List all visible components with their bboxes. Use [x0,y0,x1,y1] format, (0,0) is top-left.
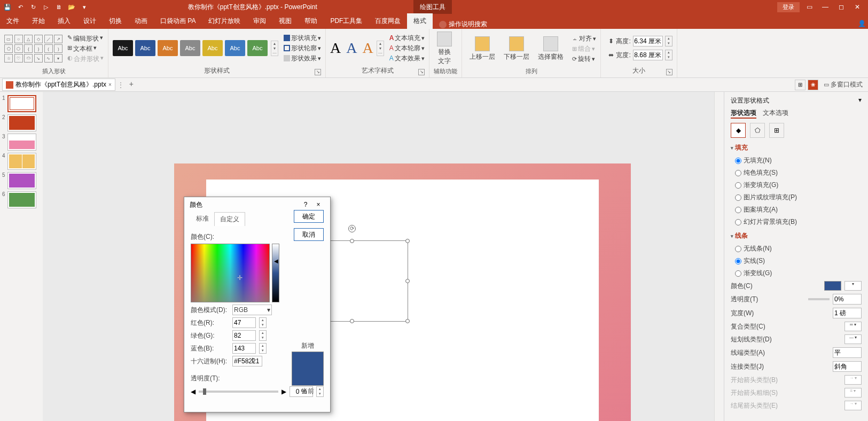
dialog-help-button[interactable]: ? [299,201,312,208]
open-icon[interactable]: 📂 [67,3,76,11]
shape-style-gallery[interactable]: Abc Abc Abc Abc Abc Abc Abc [113,40,268,56]
gallery-scroll[interactable]: ▴▾⋯ [377,41,384,56]
tab-slideshow[interactable]: 幻灯片放映 [202,13,247,29]
line-solid-radio[interactable]: 实线(S) [731,255,862,267]
fill-line-icon[interactable]: ◆ [731,123,746,138]
wordart-gallery[interactable]: A A A [330,40,373,57]
from-beginning-icon[interactable]: ▷ [42,3,50,11]
toolbar-icon-2[interactable]: ❀ [808,80,818,90]
doc-icon[interactable]: 🗎 [54,3,63,11]
textbox-button[interactable]: ⊞ 文本框 ▾ [67,44,104,53]
fill-picture-radio[interactable]: 图片或纹理填充(P) [731,191,862,204]
line-trans-slider[interactable] [808,298,830,300]
selection-pane-button[interactable]: 选择窗格 [535,36,567,61]
tab-help[interactable]: 帮助 [298,13,324,29]
rotate-handle-icon[interactable]: ⟳ [348,225,356,232]
tab-baidu[interactable]: 百度网盘 [369,13,407,29]
tab-shape-options[interactable]: 形状选项 [731,108,756,119]
tab-review[interactable]: 审阅 [247,13,272,29]
resize-handle[interactable] [405,239,410,243]
dialog-launcher-icon[interactable]: ↘ [315,69,321,75]
undo-icon[interactable]: ↶ [16,3,25,11]
shape-effects-button[interactable]: 形状效果 ▾ [284,54,321,63]
thumb-2[interactable] [7,114,36,131]
signin-button[interactable]: 登录 [777,2,800,12]
line-color-swatch[interactable] [824,281,841,291]
tab-transitions[interactable]: 切换 [103,13,128,29]
cap-select[interactable] [833,347,862,358]
fill-section-header[interactable]: 填充 [731,143,862,152]
resize-handle[interactable] [405,319,410,323]
luminance-slider[interactable] [272,244,279,302]
fill-pattern-radio[interactable]: 图案填充(A) [731,204,862,216]
rotate-button[interactable]: ⟳ 旋转 ▾ [572,54,596,64]
bring-forward-button[interactable]: 上移一层 [466,36,498,61]
thumb-6[interactable] [7,191,36,208]
green-input[interactable] [232,330,256,341]
dash-dropdown[interactable]: — ▾ [844,334,862,344]
minimize-icon[interactable]: — [819,2,832,12]
text-outline-button[interactable]: A 文本轮廓 ▾ [389,44,425,53]
text-effects-button[interactable]: A 文本效果 ▾ [389,54,425,63]
hex-input[interactable] [232,356,262,367]
height-spinner[interactable]: ▴▾ [665,36,672,46]
green-spinner[interactable]: ▴▾ [259,330,267,341]
blue-input[interactable] [232,343,256,354]
tab-home[interactable]: 开始 [26,13,51,29]
tab-custom[interactable]: 自定义 [214,212,245,226]
vertical-scrollbar[interactable] [714,92,724,421]
resize-handle[interactable] [405,279,410,283]
tab-view[interactable]: 视图 [272,13,298,29]
size-props-icon[interactable]: ⊞ [769,123,784,138]
blue-spinner[interactable]: ▴▾ [259,343,267,354]
close-icon[interactable]: ✕ [851,2,864,12]
compound-dropdown[interactable]: ═ ▾ [844,322,862,331]
fill-gradient-radio[interactable]: 渐变填充(G) [731,179,862,191]
send-backward-button[interactable]: 下移一层 [501,36,533,61]
line-none-radio[interactable]: 无线条(N) [731,243,862,255]
qat-more-icon[interactable]: ▾ [80,3,89,11]
slide-canvas[interactable]: ⟳ 颜色 ? × 标准 自定义 [43,92,714,421]
tell-me-search[interactable]: 操作说明搜索 [439,20,487,29]
thumb-5[interactable] [7,172,36,189]
tab-animations[interactable]: 动画 [128,13,154,29]
tab-format[interactable]: 格式 [407,13,433,29]
gallery-scroll[interactable]: ▴▾⋯ [271,41,278,56]
ok-button[interactable]: 确定 [294,210,324,223]
luminance-arrow-icon[interactable]: ◀ [274,258,278,264]
tab-pdf[interactable]: PDF工具集 [324,13,369,29]
share-icon[interactable]: 👤 [855,18,868,29]
fill-none-radio[interactable]: 无填充(N) [731,154,862,167]
edit-shape-button[interactable]: ✎ 编辑形状 ▾ [67,34,104,43]
resize-handle[interactable] [350,319,354,323]
tab-file[interactable]: 文件 [0,13,26,29]
line-gradient-radio[interactable]: 渐变线(G) [731,267,862,279]
alt-text-button[interactable]: 替换 文字 [434,32,455,66]
resize-handle[interactable] [350,239,354,243]
save-icon[interactable]: 💾 [3,3,12,11]
tab-standard[interactable]: 标准 [191,212,214,226]
shapes-gallery[interactable]: ▭○△◇／↗ ⬠⬡{}() ☆♡⬭↘∿▾ [4,35,63,63]
new-tab-button[interactable]: + [126,80,137,90]
multiwindow-button[interactable]: ▭ 多窗口模式 [820,79,866,90]
height-input[interactable] [633,36,663,46]
join-select[interactable] [833,361,862,372]
effects-icon[interactable]: ⬠ [750,123,765,138]
close-tab-icon[interactable]: × [108,82,112,88]
tab-scroll-icon[interactable]: ⋮ [118,81,124,89]
thumb-3[interactable] [7,134,36,151]
shape-fill-button[interactable]: 形状填充 ▾ [284,34,321,43]
width-spinner[interactable]: ▴▾ [665,50,672,60]
line-color-dropdown[interactable]: ▾ [844,281,862,291]
picker-crosshair-icon[interactable]: ✛ [237,274,243,282]
dialog-launcher-icon[interactable]: ↘ [666,69,672,75]
tab-pocket-anim[interactable]: 口袋动画 PA [154,13,202,29]
tab-design[interactable]: 设计 [77,13,103,29]
red-input[interactable] [232,317,256,328]
pane-menu-icon[interactable]: ▾ [858,96,862,105]
align-button[interactable]: ⫠ 对齐 ▾ [572,34,596,43]
text-fill-button[interactable]: A 文本填充 ▾ [389,34,425,43]
dialog-launcher-icon[interactable]: ↘ [418,69,425,75]
tab-text-options[interactable]: 文本选项 [763,108,788,119]
thumb-1[interactable] [7,95,36,112]
